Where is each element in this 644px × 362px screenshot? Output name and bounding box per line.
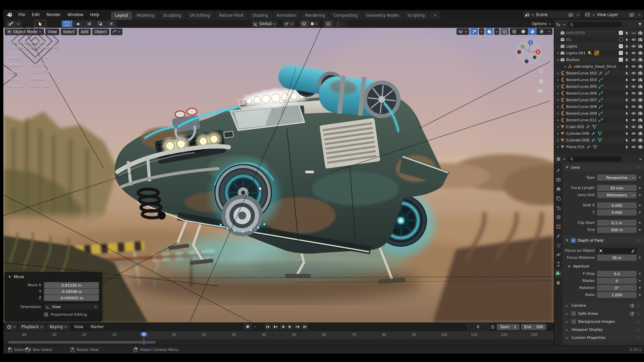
- render-visibility-icon[interactable]: [638, 57, 643, 62]
- animate-dot[interactable]: [639, 287, 641, 289]
- selectable-icon[interactable]: [625, 64, 629, 69]
- selectable-icon[interactable]: [625, 105, 629, 109]
- blender-logo-icon[interactable]: [6, 12, 13, 18]
- timeline-scrollbar[interactable]: [8, 341, 156, 344]
- panel-camera[interactable]: ▸ Camera: [562, 301, 644, 309]
- move-operator-panel[interactable]: ▼ Move Move X0.81526 mY-0.39598 mZ-0.000…: [5, 272, 102, 321]
- dof-checkbox[interactable]: ✓: [571, 238, 576, 243]
- collection-checkbox[interactable]: ✓: [619, 31, 623, 35]
- animate-dot[interactable]: [639, 187, 641, 189]
- render-visibility-icon[interactable]: [638, 71, 643, 75]
- viewport-menu-view[interactable]: View: [45, 28, 59, 35]
- selectable-icon[interactable]: [625, 78, 629, 82]
- outliner-item-cylinder-006[interactable]: ▸ Cylinder.006: [554, 130, 644, 137]
- outliner-item-bg[interactable]: BG: [554, 36, 644, 43]
- view-layer-selector[interactable]: View Layer ✕: [584, 11, 643, 18]
- properties-tab-scene[interactable]: [554, 203, 562, 212]
- overlays-dropdown[interactable]: [494, 28, 499, 35]
- zoom-icon[interactable]: [538, 68, 544, 74]
- properties-tab-physics[interactable]: [554, 250, 562, 259]
- viewport-menu-select[interactable]: Select: [61, 28, 77, 35]
- expand-icon[interactable]: ▸: [556, 85, 560, 88]
- eye-open-icon[interactable]: [631, 71, 636, 75]
- workspace-tab-animation[interactable]: Animation: [273, 11, 301, 20]
- selectable-icon[interactable]: [625, 138, 629, 142]
- animate-dot[interactable]: [639, 229, 641, 231]
- orientation-dropdown[interactable]: View: [44, 304, 99, 310]
- outliner-item-beziercurve-009[interactable]: ▸ BezierCurve.009: [554, 110, 644, 117]
- new-view-layer-button[interactable]: [629, 13, 635, 17]
- properties-tab-object[interactable]: [554, 222, 562, 231]
- menu-help[interactable]: Help: [87, 11, 102, 18]
- chevron-down-icon[interactable]: [563, 158, 566, 160]
- properties-search-input[interactable]: [568, 156, 622, 162]
- outliner-item-lights[interactable]: Lights ✓: [554, 43, 644, 50]
- next-keyframe-button[interactable]: [294, 323, 301, 330]
- dof-panel-header[interactable]: ▼ ✓ Depth of Field: [562, 236, 644, 245]
- gizmos-dropdown[interactable]: [479, 28, 484, 35]
- animate-dot[interactable]: [639, 204, 641, 206]
- timeline-ruler[interactable]: -40-30-20-100102030405060708090100110120…: [3, 331, 554, 339]
- lens-field[interactable]: 0.000: [597, 209, 637, 216]
- properties-tab-world[interactable]: [554, 213, 562, 221]
- eye-open-icon[interactable]: [631, 64, 636, 69]
- timeline-menu-playback[interactable]: Playback: [19, 324, 46, 330]
- proportional-editing-checkbox[interactable]: [44, 312, 48, 317]
- aperture-field[interactable]: 1.000: [597, 292, 637, 298]
- current-frame-field[interactable]: 0: [467, 323, 489, 330]
- properties-tab-particles[interactable]: [554, 241, 562, 249]
- eye-open-icon[interactable]: [631, 131, 636, 136]
- expand-icon[interactable]: ▸: [556, 112, 560, 115]
- remove-view-layer-button[interactable]: ✕: [636, 13, 643, 17]
- scene-name[interactable]: Scene: [534, 12, 567, 17]
- animate-dot[interactable]: [639, 273, 641, 275]
- eye-open-icon[interactable]: [631, 138, 636, 142]
- view-layer-name[interactable]: View Layer: [595, 12, 628, 17]
- panel-grip-icon[interactable]: [637, 337, 641, 339]
- collapse-arrow-icon[interactable]: ▼: [8, 275, 12, 279]
- navigation-gizmo[interactable]: Z X: [515, 39, 542, 65]
- scene-selector[interactable]: Scene ✕: [523, 11, 582, 18]
- timeline-editor[interactable]: PlaybackKeyingViewMarker 0 Start1: [3, 322, 554, 345]
- properties-editor[interactable]: ▼ Lens Type Perspective Focal Length 50 …: [554, 155, 644, 345]
- select-circle-button[interactable]: [95, 20, 106, 27]
- render-visibility-icon[interactable]: [638, 124, 643, 129]
- outliner-editor[interactable]: tHRUSTER ✓ BG Lights ✓ ▸ Lights.001: [554, 20, 644, 155]
- properties-options-icon[interactable]: [639, 158, 642, 160]
- menu-window[interactable]: Window: [64, 11, 86, 18]
- filter-icon[interactable]: [638, 22, 642, 26]
- camera-view-icon[interactable]: [537, 88, 544, 94]
- select-extend-button[interactable]: [106, 20, 117, 27]
- current-frame-indicator[interactable]: 0: [141, 332, 148, 337]
- prev-keyframe-button[interactable]: [272, 323, 278, 330]
- outliner-item-lights-001[interactable]: ▸ Lights.001 6 ✓: [554, 50, 644, 56]
- collection-checkbox[interactable]: ✓: [619, 44, 623, 48]
- auto-keying-toggle[interactable]: [244, 323, 252, 330]
- timeline-editor-selector[interactable]: [5, 324, 17, 330]
- select-lasso-button[interactable]: [84, 20, 95, 27]
- animate-dot[interactable]: [639, 177, 641, 178]
- outliner-item-plane-015[interactable]: ▸ Plane.015: [554, 143, 644, 150]
- expand-icon[interactable]: ▸: [556, 125, 560, 128]
- start-frame-field[interactable]: Start1: [497, 324, 520, 330]
- workspace-tab-rendering[interactable]: Rendering: [301, 11, 329, 20]
- outliner-item-beziercurve-006[interactable]: ▸ BezierCurve.006: [554, 90, 644, 97]
- panel-grip-icon[interactable]: [637, 328, 641, 331]
- active-tool-selector[interactable]: [6, 20, 21, 27]
- panel-checkbox[interactable]: [572, 319, 576, 324]
- expand-icon[interactable]: ▸: [556, 145, 560, 148]
- keying-set-dropdown[interactable]: [253, 323, 258, 330]
- lens-field[interactable]: Millimeters: [597, 192, 637, 198]
- menu-file[interactable]: File: [15, 11, 28, 18]
- proportional-editing-toggle[interactable]: [324, 20, 333, 27]
- end-frame-field[interactable]: End300: [521, 324, 546, 330]
- render-visibility-icon[interactable]: [638, 91, 643, 96]
- eye-open-icon[interactable]: [631, 51, 636, 55]
- expand-icon[interactable]: ▸: [556, 98, 560, 102]
- focus-distance-field[interactable]: 36 m: [597, 255, 637, 261]
- lens-field[interactable]: 500 m: [597, 227, 637, 233]
- viewport-menu-object[interactable]: Object: [92, 28, 109, 35]
- shading-wireframe-button[interactable]: [510, 28, 519, 35]
- play-reverse-button[interactable]: [279, 323, 286, 330]
- selectable-icon[interactable]: [625, 44, 629, 49]
